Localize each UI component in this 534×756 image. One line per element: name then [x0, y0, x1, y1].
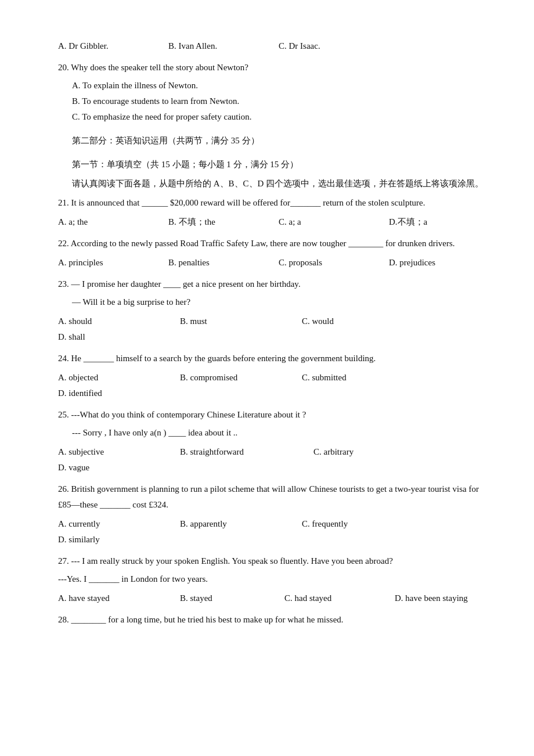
- q20-option-c: C. To emphasize the need for proper safe…: [58, 109, 488, 125]
- q22-stem: 22. According to the newly passed Road T…: [58, 236, 488, 251]
- q23-options: A. should B. must C. would D. shall: [58, 314, 488, 345]
- q26-options: A. currently B. apparently C. frequently…: [58, 516, 488, 548]
- section1-title: 第一节：单项填空（共 15 小题；每小题 1 分，满分 15 分）: [72, 157, 488, 172]
- q20-option-b: B. To encourage students to learn from N…: [58, 93, 488, 109]
- q21-options: A. a; the B. 不填；the C. a; a D.不填；a: [58, 214, 488, 230]
- q27-option-c: C. had stayed: [284, 591, 377, 606]
- q23-response: — Will it be a big surprise to her?: [58, 294, 488, 310]
- q22-option-c: C. proposals: [279, 255, 371, 271]
- q24-stem: 24. He _______ himself to a search by th…: [58, 351, 488, 366]
- q26-block: 26. British government is planning to ru…: [58, 481, 488, 548]
- q19-options-block: A. Dr Gibbler. B. Ivan Allen. C. Dr Isaa…: [58, 38, 488, 54]
- section-instruction: 请认真阅读下面各题，从题中所给的 A、B、C、D 四个选项中，选出最佳选项，并在…: [72, 176, 488, 192]
- q22-block: 22. According to the newly passed Road T…: [58, 236, 488, 271]
- q23-block: 23. — I promise her daughter ____ get a …: [58, 276, 488, 345]
- q26-stem: 26. British government is planning to ru…: [58, 481, 488, 513]
- q25-stem: 25. ---What do you think of contemporary…: [58, 407, 488, 423]
- q19-option-b: B. Ivan Allen.: [168, 38, 261, 54]
- q22-option-d: D. prejudices: [389, 255, 482, 271]
- q24-option-b: B. compromised: [180, 370, 284, 386]
- q28-stem: 28. ________ for a long time, but he tri…: [58, 612, 488, 628]
- q22-option-b: B. penalties: [168, 255, 261, 271]
- q24-option-a: A. objected: [58, 370, 163, 386]
- q25-options: A. subjective B. straightforward C. arbi…: [58, 444, 488, 476]
- q28-block: 28. ________ for a long time, but he tri…: [58, 612, 488, 628]
- instruction-text: 请认真阅读下面各题，从题中所给的 A、B、C、D 四个选项中，选出最佳选项，并在…: [72, 179, 484, 188]
- q21-option-b: B. 不填；the: [168, 214, 261, 230]
- q24-block: 24. He _______ himself to a search by th…: [58, 351, 488, 401]
- q27-stem: 27. --- I am really struck by your spoke…: [58, 553, 488, 569]
- q24-option-c: C. submitted: [302, 370, 389, 386]
- q27-options: A. have stayed B. stayed C. had stayed D…: [58, 591, 488, 606]
- q21-option-a: A. a; the: [58, 214, 151, 230]
- q20-option-a: A. To explain the illness of Newton.: [58, 78, 488, 93]
- q19-option-c: C. Dr Isaac.: [279, 38, 371, 54]
- q22-options: A. principles B. penalties C. proposals …: [58, 255, 488, 271]
- q26-option-a: A. currently: [58, 516, 163, 532]
- q23-stem: 23. — I promise her daughter ____ get a …: [58, 276, 488, 292]
- q27-block: 27. --- I am really struck by your spoke…: [58, 553, 488, 606]
- q25-option-b: B. straightforward: [180, 444, 296, 460]
- q26-option-d: D. similarly: [58, 532, 151, 548]
- q27-option-b: B. stayed: [180, 591, 267, 606]
- q21-option-c: C. a; a: [279, 214, 371, 230]
- q25-option-d: D. vague: [58, 460, 151, 476]
- q20-stem: 20. Why does the speaker tell the story …: [58, 60, 488, 75]
- q25-option-a: A. subjective: [58, 444, 163, 460]
- q22-option-a: A. principles: [58, 255, 151, 271]
- q23-option-c: C. would: [302, 314, 406, 329]
- q26-option-c: C. frequently: [302, 516, 395, 532]
- q23-option-d: D. shall: [58, 329, 128, 345]
- q21-stem: 21. It is announced that ______ $20,000 …: [58, 195, 488, 211]
- q20-block: 20. Why does the speaker tell the story …: [58, 60, 488, 125]
- q25-response: --- Sorry , I have only a(n ) ____ idea …: [58, 425, 488, 441]
- section2-title: 第二部分：英语知识运用（共两节，满分 35 分）: [72, 133, 488, 149]
- q21-option-d: D.不填；a: [389, 214, 482, 230]
- q27-option-d: D. have been staying: [395, 591, 488, 606]
- q19-option-a: A. Dr Gibbler.: [58, 38, 151, 54]
- q25-block: 25. ---What do you think of contemporary…: [58, 407, 488, 476]
- q24-option-d: D. identified: [58, 386, 151, 401]
- q27-response: ---Yes. I _______ in London for two year…: [58, 571, 488, 587]
- q19-options-line: A. Dr Gibbler. B. Ivan Allen. C. Dr Isaa…: [58, 38, 488, 54]
- q26-option-b: B. apparently: [180, 516, 284, 532]
- q21-block: 21. It is announced that ______ $20,000 …: [58, 195, 488, 230]
- q23-option-b: B. must: [180, 314, 284, 329]
- q25-option-c: C. arbitrary: [313, 444, 400, 460]
- q24-options: A. objected B. compromised C. submitted …: [58, 370, 488, 401]
- q23-option-a: A. should: [58, 314, 163, 329]
- q27-option-a: A. have stayed: [58, 591, 163, 606]
